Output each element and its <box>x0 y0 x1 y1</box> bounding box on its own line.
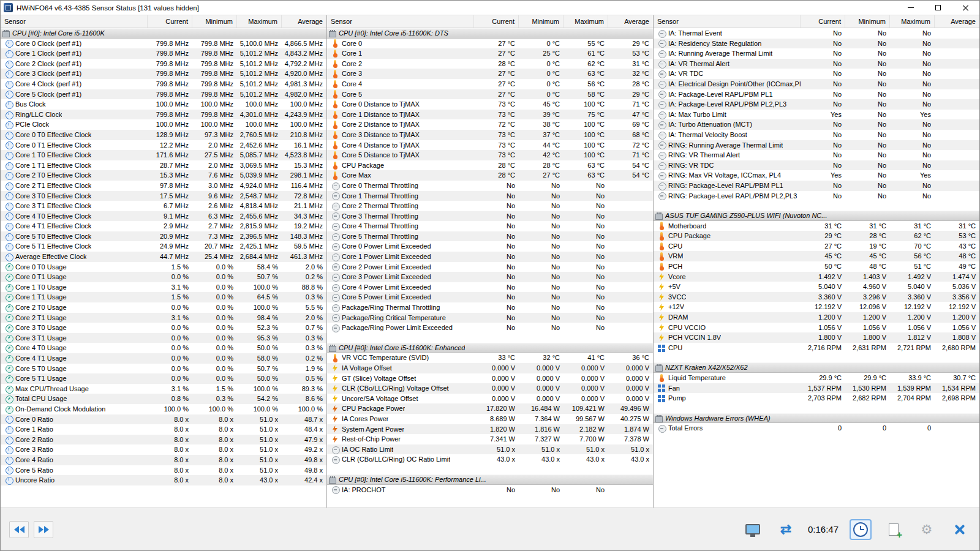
group-header[interactable]: CPU [#0]: Intel Core i5-11600K: Performa… <box>327 474 653 485</box>
sensor-row[interactable]: CPU27 °C19 °C70 °C43 °C <box>654 241 979 252</box>
sensor-row[interactable]: PCH VCCIN 1.8V1.800 V1.800 V1.812 V1.808… <box>654 332 979 343</box>
sensor-row[interactable]: Core 327 °C0 °C63 °C32 °C <box>327 69 653 79</box>
sensor-row[interactable]: Core 5 T1 Usage0.0 %0.0 %50.0 %0.5 % <box>1 373 326 384</box>
clock-toggle-button[interactable] <box>850 519 872 540</box>
sensor-row[interactable]: IA: VR TDCNoNoNo <box>654 69 979 79</box>
sensor-row[interactable]: DRAM1.200 V1.200 V1.200 V1.200 V <box>654 312 979 323</box>
sensor-row[interactable]: Core 4 T0 Usage0.0 %0.0 %50.0 %0.3 % <box>1 343 326 353</box>
column-header-average[interactable]: Average <box>935 15 979 28</box>
sensor-row[interactable]: Core 4 Distance to TjMAX73 °C44 °C100 °C… <box>327 140 653 151</box>
sensor-row[interactable]: CLR (CBo/LLC/Ring) Voltage Offset0.000 V… <box>327 383 653 394</box>
sensor-row[interactable]: On-Demand Clock Modulation100.0 %100.0 %… <box>1 404 326 414</box>
sensor-row[interactable]: GT (Slice) Voltage Offset0.000 V0.000 V0… <box>327 373 653 384</box>
sensor-row[interactable]: Core 4 Power Limit ExceededNoNoNo <box>327 282 653 293</box>
sensor-row[interactable]: Core 5 T0 Effective Clock20.9 MHz7.3 MHz… <box>1 231 326 242</box>
column-header-current[interactable]: Current <box>148 15 192 28</box>
sensor-row[interactable]: Core 3 T0 Usage0.0 %0.0 %52.3 %0.7 % <box>1 323 326 333</box>
sensor-row[interactable]: Core 2 Ratio8.0 x8.0 x51.0 x47.9 x <box>1 435 326 445</box>
group-header[interactable]: Windows Hardware Errors (WHEA) <box>654 413 979 424</box>
sensor-row[interactable]: Uncore Ratio8.0 x8.0 x43.0 x42.4 x <box>1 475 326 485</box>
sensor-row[interactable]: Motherboard31 °C31 °C31 °C31 °C <box>654 221 979 231</box>
close-sensors-button[interactable] <box>949 519 971 540</box>
sensor-row[interactable]: Core 0 Power Limit ExceededNoNoNo <box>327 241 653 252</box>
sensor-row[interactable]: Core 1 T0 Effective Clock171.6 MHz27.5 M… <box>1 150 326 160</box>
sensor-row[interactable]: Core 1 Distance to TjMAX73 °C39 °C75 °C4… <box>327 110 653 120</box>
sensor-row[interactable]: Core 2 Thermal ThrottlingNoNoNo <box>327 201 653 211</box>
sensor-row[interactable]: Core 3 Power Limit ExceededNoNoNo <box>327 272 653 282</box>
column-header-maximum[interactable]: Maximum <box>890 15 935 28</box>
sensor-row[interactable]: Core 1 Power Limit ExceededNoNoNo <box>327 252 653 262</box>
sensor-row[interactable]: Uncore/SA Voltage Offset0.000 V0.000 V0.… <box>327 394 653 404</box>
sensor-row[interactable]: IA Cores Power8.689 W7.364 W99.567 W40.2… <box>327 414 653 424</box>
sensor-row[interactable]: Core 3 Thermal ThrottlingNoNoNo <box>327 211 653 222</box>
sensor-row[interactable]: Core 1 T0 Usage3.1 %0.0 %100.0 %88.8 % <box>1 282 326 293</box>
sensor-row[interactable]: Package/Ring Power Limit ExceededNoNoNo <box>327 323 653 333</box>
column-header-average[interactable]: Average <box>608 15 653 28</box>
group-header[interactable]: CPU [#0]: Intel Core i5-11600K: DTS <box>327 28 653 39</box>
sensor-row[interactable]: Core 1 Ratio8.0 x8.0 x51.0 x48.4 x <box>1 424 326 435</box>
sensor-row[interactable]: Core 0 T1 Effective Clock12.2 MHz2.0 MHz… <box>1 140 326 151</box>
sensor-row[interactable]: PCH50 °C48 °C51 °C49 °C <box>654 261 979 272</box>
sensor-row[interactable]: Core 127 °C25 °C61 °C53 °C <box>327 48 653 59</box>
sensor-row[interactable]: CPU VCCIO1.056 V1.056 V1.056 V1.056 V <box>654 323 979 333</box>
sensor-row[interactable]: Core 2 T1 Usage3.1 %0.0 %98.4 %2.0 % <box>1 313 326 323</box>
sensor-row[interactable]: Core 3 Ratio8.0 x8.0 x51.0 x49.2 x <box>1 444 326 455</box>
sensor-row[interactable]: Core 5 Thermal ThrottlingNoNoNo <box>327 231 653 242</box>
sensor-row[interactable]: Core 4 Clock (perf #1)799.8 MHz799.8 MHz… <box>1 79 326 89</box>
sensor-row[interactable]: VRM45 °C45 °C56 °C48 °C <box>654 251 979 261</box>
group-header[interactable]: CPU [#0]: Intel Core i5-11600K: Enhanced <box>327 343 653 353</box>
sensor-row[interactable]: Core 5 Ratio8.0 x8.0 x51.0 x49.8 x <box>1 465 326 476</box>
sensor-row[interactable]: Core 1 Thermal ThrottlingNoNoNo <box>327 191 653 201</box>
sensor-row[interactable]: +12V12.192 V12.096 V12.192 V12.192 V <box>654 302 979 312</box>
sensor-row[interactable]: Core 0 Thermal ThrottlingNoNoNo <box>327 181 653 191</box>
add-report-button[interactable] <box>883 519 905 540</box>
sensor-row[interactable]: PCIe Clock100.0 MHz100.0 MHz100.0 MHz100… <box>1 119 326 130</box>
sensor-row[interactable]: IA: Thermal Velocity BoostNoNoNo <box>654 130 979 140</box>
sensor-row[interactable]: Core 2 T1 Effective Clock97.8 MHz3.0 MHz… <box>1 181 326 191</box>
sensor-row[interactable]: Core 3 Distance to TjMAX73 °C37 °C100 °C… <box>327 130 653 140</box>
sensor-row[interactable]: CPU Package29 °C28 °C62 °C53 °C <box>654 231 979 241</box>
sensor-row[interactable]: Core 228 °C0 °C62 °C31 °C <box>327 59 653 69</box>
sensor-row[interactable]: Core 0 T0 Usage1.5 %0.0 %58.4 %2.0 % <box>1 262 326 272</box>
sensor-row[interactable]: IA OC Ratio Limit51.0 x51.0 x51.0 x51.0 … <box>327 444 653 455</box>
sensor-row[interactable]: Core 3 Clock (perf #1)799.8 MHz799.8 MHz… <box>1 69 326 79</box>
settings-button[interactable]: ⚙ <box>916 519 938 540</box>
sensor-row[interactable]: System Agent Power1.820 W1.816 W2.182 W1… <box>327 424 653 435</box>
sensor-row[interactable]: Core 4 T0 Effective Clock9.1 MHz6.3 MHz2… <box>1 211 326 222</box>
sensor-row[interactable]: IA: Residency State RegulationNoNoNo <box>654 39 979 49</box>
sensor-row[interactable]: Core Max28 °C27 °C63 °C54 °C <box>327 170 653 181</box>
sensor-row[interactable]: Core 3 T0 Effective Clock17.5 MHz9.6 MHz… <box>1 191 326 201</box>
sensor-row[interactable]: Core 2 Distance to TjMAX72 °C38 °C100 °C… <box>327 119 653 130</box>
sensor-row[interactable]: Core 5 T0 Usage0.0 %0.0 %50.7 %1.9 % <box>1 364 326 374</box>
sensor-row[interactable]: Vcore1.492 V1.403 V1.492 V1.474 V <box>654 272 979 282</box>
sensor-row[interactable]: Core 3 T1 Usage0.0 %0.0 %95.3 %0.3 % <box>1 333 326 343</box>
sensor-row[interactable]: Core 027 °C0 °C55 °C29 °C <box>327 39 653 49</box>
sensor-row[interactable]: Pump2,703 RPM2,682 RPM2,704 RPM2,698 RPM <box>654 393 979 403</box>
sensor-row[interactable]: CLR (CBo/LLC/Ring) OC Ratio Limit43.0 x4… <box>327 454 653 465</box>
sensor-row[interactable]: RING: Package-Level RAPL/PBM PL1NoNoNo <box>654 181 979 191</box>
sensor-row[interactable]: Total Errors000 <box>654 423 979 433</box>
sensor-row[interactable]: Core 5 T1 Effective Clock24.9 MHz20.7 MH… <box>1 241 326 252</box>
sensor-row[interactable]: Fan1,537 RPM1,530 RPM1,539 RPM1,534 RPM <box>654 383 979 394</box>
column-header-average[interactable]: Average <box>282 15 326 28</box>
column-header-minimum[interactable]: Minimum <box>845 15 890 28</box>
sensor-row[interactable]: Ring/LLC Clock799.8 MHz799.8 MHz4,301.0 … <box>1 110 326 120</box>
sensor-row[interactable]: IA: Package-Level RAPL/PBM PL2,PL3NoNoNo <box>654 99 979 110</box>
sensor-row[interactable]: VR VCC Temperature (SVID)33 °C32 °C41 °C… <box>327 353 653 363</box>
sensor-row[interactable]: Average Effective Clock44.7 MHz25.4 MHz2… <box>1 252 326 262</box>
sensor-row[interactable]: Core 3 T1 Effective Clock6.7 MHz2.6 MHz4… <box>1 201 326 211</box>
sensor-row[interactable]: IA: VR Thermal AlertNoNoNo <box>654 59 979 69</box>
sensor-sync-button[interactable]: ⇄ <box>775 519 797 540</box>
sensor-row[interactable]: Core 1 Clock (perf #1)799.8 MHz799.8 MHz… <box>1 48 326 59</box>
sensor-row[interactable]: Core 0 T1 Usage0.0 %0.0 %50.7 %0.2 % <box>1 272 326 282</box>
sensor-row[interactable]: IA: Running Average Thermal LimitNoNoNo <box>654 48 979 59</box>
sensor-row[interactable]: Core 0 T0 Effective Clock128.9 MHz97.3 M… <box>1 130 326 140</box>
sensor-row[interactable]: Core 4 Thermal ThrottlingNoNoNo <box>327 221 653 231</box>
group-header[interactable]: NZXT Kraken X42/X52/X62 <box>654 362 979 373</box>
sensor-row[interactable]: Core 0 Clock (perf #1)799.8 MHz799.8 MHz… <box>1 39 326 49</box>
sensor-row[interactable]: RING: VR Thermal AlertNoNoNo <box>654 150 979 160</box>
column-header-current[interactable]: Current <box>801 15 845 28</box>
sensor-row[interactable]: CPU2,716 RPM2,631 RPM2,721 RPM2,680 RPM <box>654 343 979 353</box>
sensor-row[interactable]: RING: Package-Level RAPL/PBM PL2,PL3NoNo… <box>654 191 979 201</box>
sensor-row[interactable]: +5V5.040 V4.960 V5.040 V5.036 V <box>654 282 979 292</box>
